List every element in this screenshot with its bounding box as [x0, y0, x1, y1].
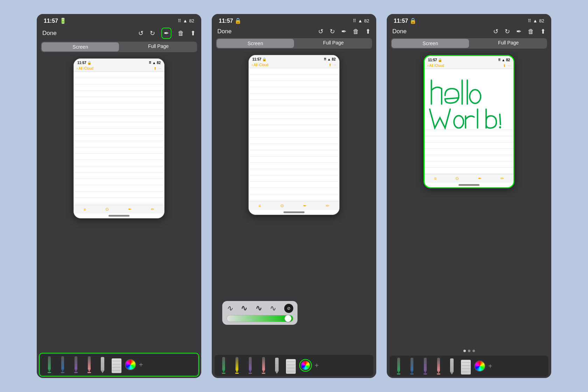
stroke-thick[interactable]: ∿ [255, 304, 262, 313]
inner-note-2 [249, 68, 339, 201]
note-line [249, 75, 339, 81]
note-line [74, 84, 164, 91]
signal-icon-2: ⠿ [353, 18, 356, 23]
status-bar-2: 11:57 🔒 ⠿ ▲ 82 [212, 14, 376, 26]
screen-tab-2[interactable]: Screen [217, 39, 294, 48]
signal-icon-3: ⠿ [528, 18, 531, 23]
toolbar-1: Done ↺ ↻ ✒ 🗑 ⬆ [37, 26, 201, 42]
pen-tool-2-2[interactable] [231, 357, 243, 374]
trash-icon-3[interactable]: 🗑 [528, 28, 534, 35]
inner-phone-1: 11:57 🔒 ⠿ ▲ 82 ‹ All iCloud ⬆ ··· [74, 58, 164, 218]
brush-picker-2: ∿ ∿ ∿ ∿ ⊘ [222, 301, 298, 325]
note-line [74, 173, 164, 179]
pen-tool-4[interactable] [84, 356, 95, 373]
done-button-1[interactable]: Done [42, 30, 57, 37]
markup-icon-1[interactable]: ✒ [161, 28, 172, 39]
camera-icon-inner-1: ⊙ [105, 207, 109, 212]
note-line [74, 166, 164, 173]
toolbar-2: Done ↺ ↻ ✒ 🗑 ⬆ [212, 26, 376, 38]
note-line [74, 116, 164, 122]
pen-tool-3-1[interactable] [393, 358, 404, 374]
inner-icons-2: ⠿ ▲ 82 [324, 57, 336, 61]
pen-tool-3[interactable] [70, 356, 82, 373]
drawing-toolbar-2: + [215, 355, 373, 376]
markup-icon-3[interactable]: ✒ [516, 28, 522, 35]
note-line [74, 103, 164, 110]
fullpage-tab-2[interactable]: Full Page [295, 38, 372, 49]
color-wheel-3[interactable] [474, 360, 485, 372]
inner-note-1 [74, 72, 164, 205]
markup-icon-2[interactable]: ✒ [341, 28, 346, 35]
pen-tool-3-4[interactable] [433, 358, 444, 374]
wifi-icon-2: ▲ [358, 18, 363, 23]
status-bar-3: 11:57 🔒 ⠿ ▲ 82 [387, 14, 551, 26]
redo-icon-2[interactable]: ↻ [330, 28, 335, 35]
battery-text-3: 82 [539, 18, 544, 23]
share-icon-1[interactable]: ⬆ [190, 29, 196, 37]
share-icon-2[interactable]: ⬆ [365, 28, 371, 35]
pencil-tool-2[interactable] [271, 357, 282, 374]
note-line [249, 81, 339, 87]
note-line [249, 150, 339, 156]
pen-tool-2-3[interactable] [245, 357, 256, 374]
trash-icon-2[interactable]: 🗑 [353, 28, 359, 35]
undo-icon-3[interactable]: ↺ [493, 28, 498, 35]
slider-thumb[interactable] [285, 315, 292, 322]
undo-icon-2[interactable]: ↺ [318, 28, 323, 35]
add-pen-button-1[interactable]: + [139, 361, 143, 369]
inner-icons-3: ⠿ ▲ 82 [498, 58, 510, 62]
page-dot-1 [463, 350, 466, 352]
stroke-medium[interactable]: ∿ [241, 304, 247, 313]
note-line [249, 188, 339, 194]
fullpage-tab-1[interactable]: Full Page [120, 42, 197, 52]
note-line [74, 185, 164, 191]
status-bar-1: 11:57 🔋 ⠿ ▲ 82 [37, 14, 201, 26]
note-lines-2 [249, 68, 339, 201]
drawing-toolbar-1: + [40, 354, 198, 375]
note-line [249, 93, 339, 100]
trash-icon-1[interactable]: 🗑 [178, 30, 184, 37]
stroke-thin[interactable]: ∿ [226, 304, 233, 313]
undo-icon-1[interactable]: ↺ [138, 29, 144, 37]
done-button-3[interactable]: Done [392, 28, 407, 35]
note-line [74, 122, 164, 128]
fullpage-tab-3[interactable]: Full Page [470, 38, 547, 49]
pen-tool-2-1[interactable] [218, 357, 229, 374]
page-dot-2 [468, 350, 470, 352]
share-icon-3[interactable]: ⬆ [540, 28, 546, 35]
ruler-tool-2[interactable] [285, 357, 297, 374]
pen-tool-1[interactable] [44, 356, 55, 373]
inner-phone-3: 11:57 🔒 ⠿ ▲ 82 ‹ All iCloud ⬆ ··· [424, 55, 514, 188]
screen-tab-3[interactable]: Screen [392, 39, 469, 48]
status-time-1: 11:57 🔋 [44, 18, 66, 24]
stroke-calligraphy[interactable]: ∿ [270, 304, 276, 313]
pen-tool-2[interactable] [57, 356, 68, 373]
drawing-toolbar-container-1: + [39, 353, 199, 377]
add-pen-button-3[interactable]: + [488, 362, 492, 370]
note-line [249, 163, 339, 169]
done-button-2[interactable]: Done [217, 28, 232, 35]
pencil-tool-3[interactable] [446, 358, 457, 374]
pen-tool-3-2[interactable] [406, 358, 418, 374]
pencil-tool-1[interactable] [97, 356, 108, 373]
ruler-tool-1[interactable] [110, 356, 123, 373]
color-wheel-2[interactable] [301, 360, 310, 370]
note-lines-1 [74, 72, 164, 204]
add-pen-button-2[interactable]: + [315, 362, 319, 370]
inner-icons-1: ⠿ ▲ 82 [149, 61, 161, 65]
redo-icon-1[interactable]: ↻ [150, 29, 155, 37]
inner-bottom-toolbar-3: ≡ ⊙ ✒ ✏ [425, 174, 513, 183]
page-dots-3 [387, 348, 551, 354]
share-icon-inner-2: ⬆ [329, 63, 331, 67]
pen-tool-2-4[interactable] [258, 357, 269, 374]
redo-icon-3[interactable]: ↻ [505, 28, 510, 35]
toolbar-action-icons-1: ↺ ↻ ✒ 🗑 ⬆ [138, 28, 196, 39]
stroke-size-slider[interactable] [226, 315, 293, 322]
segment-bar-1: Screen Full Page [41, 42, 197, 52]
pen-tool-3-3[interactable] [420, 358, 431, 374]
ruler-tool-3[interactable] [460, 358, 472, 374]
color-wheel-1[interactable] [125, 359, 136, 370]
screen-tab-1[interactable]: Screen [42, 42, 119, 51]
eraser-button[interactable]: ⊘ [284, 304, 293, 313]
inner-back-1: ‹ All iCloud [77, 66, 93, 70]
